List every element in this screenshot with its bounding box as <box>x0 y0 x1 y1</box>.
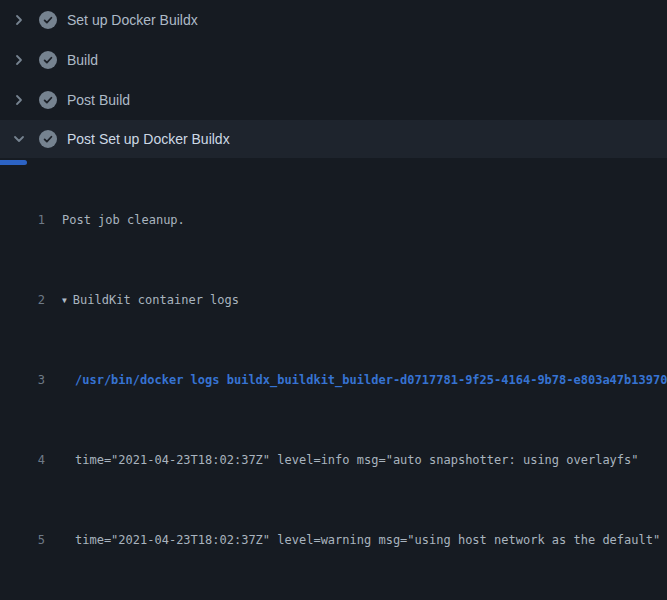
step-label: Post Build <box>67 92 130 108</box>
line-number[interactable]: 1 <box>0 210 45 230</box>
group-expander-triangle-icon[interactable]: ▼ <box>62 291 67 311</box>
log-line: 2 ▼BuildKit container logs <box>0 290 667 310</box>
log-text: Post job cleanup. <box>62 210 185 230</box>
job-steps-list: Set up Docker Buildx Build Post Build Po… <box>0 0 667 158</box>
log-line: 3 /usr/bin/docker logs buildx_buildkit_b… <box>0 370 667 390</box>
chevron-right-icon[interactable] <box>10 91 28 109</box>
line-number[interactable]: 4 <box>0 450 45 470</box>
check-circle-icon <box>39 91 57 109</box>
focus-indicator <box>0 160 27 165</box>
check-circle-icon <box>39 51 57 69</box>
chevron-right-icon[interactable] <box>10 51 28 69</box>
log-viewer: 1 Post job cleanup. 2 ▼BuildKit containe… <box>0 158 667 600</box>
log-line: 1 Post job cleanup. <box>0 210 667 230</box>
chevron-right-icon[interactable] <box>10 11 28 29</box>
log-text: time="2021-04-23T18:02:37Z" level=info m… <box>75 450 639 470</box>
step-row-build[interactable]: Build <box>0 40 667 80</box>
step-label: Post Set up Docker Buildx <box>67 131 230 147</box>
log-text: /usr/bin/docker logs buildx_buildkit_bui… <box>75 370 667 390</box>
log-text: ▼BuildKit container logs <box>62 290 239 310</box>
group-title[interactable]: BuildKit container logs <box>73 293 239 307</box>
step-row-post-build[interactable]: Post Build <box>0 80 667 120</box>
step-label: Set up Docker Buildx <box>67 12 198 28</box>
log-line: 4 time="2021-04-23T18:02:37Z" level=info… <box>0 450 667 470</box>
check-circle-icon <box>39 130 57 148</box>
step-row-post-set-up-docker-buildx[interactable]: Post Set up Docker Buildx <box>0 120 667 158</box>
chevron-down-icon[interactable] <box>10 130 28 148</box>
line-number[interactable]: 2 <box>0 290 45 310</box>
check-circle-icon <box>39 11 57 29</box>
line-number[interactable]: 3 <box>0 370 45 390</box>
log-text: time="2021-04-23T18:02:37Z" level=warnin… <box>75 530 660 550</box>
step-label: Build <box>67 52 98 68</box>
step-row-set-up-docker-buildx[interactable]: Set up Docker Buildx <box>0 0 667 40</box>
line-number[interactable]: 5 <box>0 530 45 550</box>
log-line: 5 time="2021-04-23T18:02:37Z" level=warn… <box>0 530 667 550</box>
actions-log-viewer: Set up Docker Buildx Build Post Build Po… <box>0 0 667 600</box>
